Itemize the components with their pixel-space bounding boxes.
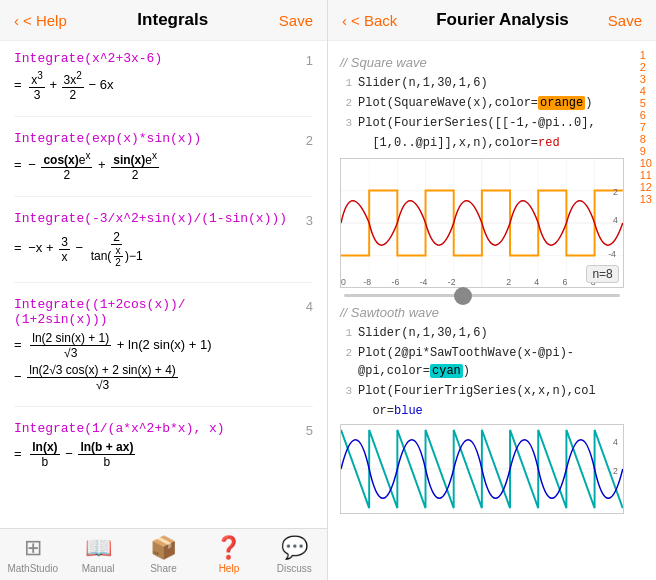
left-header: ‹ < Help Integrals Save — [0, 0, 327, 41]
integral-num-5: 5 — [297, 423, 313, 438]
footer-manual-label: Manual — [82, 563, 115, 574]
integral-math-5: Integrate(1/(a*x^2+b*x), x) = ln(x) b − … — [14, 421, 297, 469]
footer-mathstudio-label: MathStudio — [7, 563, 58, 574]
integral-item-3: Integrate(-3/x^2+sin(x)/(1-sin(x))) = −x… — [14, 211, 313, 283]
integral-result-4b: − ln(2√3 cos(x) + 2 sin(x) + 4) √3 — [14, 363, 297, 392]
left-panel: ‹ < Help Integrals Save Integrate(x^2+3x… — [0, 0, 328, 580]
manual-icon: 📖 — [85, 535, 112, 561]
footer-manual[interactable]: 📖 Manual — [65, 529, 130, 580]
svg-text:4: 4 — [613, 215, 618, 225]
integral-item-4: Integrate((1+2cos(x))/(1+2sin(x))) = ln(… — [14, 297, 313, 407]
svg-text:6: 6 — [563, 277, 568, 287]
code-line-sq-4: [1,0..@pi]],x,n),color=red — [336, 134, 628, 152]
left-content: Integrate(x^2+3x-6) = x3 3 + 3x2 2 − 6 — [0, 41, 327, 528]
code-line-saw-2: 2 Plot(2@pi*SawToothWave(x-@pi)-@pi,colo… — [336, 344, 628, 380]
slider-track[interactable] — [344, 294, 620, 297]
svg-text:-4: -4 — [420, 277, 428, 287]
footer-mathstudio[interactable]: ⊞ MathStudio — [0, 529, 65, 580]
svg-text:-4: -4 — [608, 249, 616, 259]
integral-math-2: Integrate(exp(x)*sin(x)) = − cos(x)ex 2 … — [14, 131, 297, 182]
square-wave-graph: 0 -8 -6 -4 -2 2 4 6 8 4 2 -4 n=8 — [340, 158, 624, 288]
color-cyan-badge: cyan — [430, 364, 463, 378]
code-area: // Square wave 1 Slider(n,1,30,1,6) 2 Pl… — [328, 49, 636, 572]
left-title: Integrals — [137, 10, 208, 30]
svg-text:4: 4 — [613, 437, 618, 447]
integral-result-3a: = −x + 3 x − 2 tan( x 2 )−1 — [14, 230, 297, 268]
slider-square[interactable] — [344, 294, 620, 297]
integral-num-1: 1 — [297, 53, 313, 68]
integral-item-5: Integrate(1/(a*x^2+b*x), x) = ln(x) b − … — [14, 421, 313, 483]
share-icon: 📦 — [150, 535, 177, 561]
square-wave-svg: 0 -8 -6 -4 -2 2 4 6 8 4 2 -4 — [341, 159, 623, 287]
discuss-icon: 💬 — [281, 535, 308, 561]
color-orange-badge: orange — [538, 96, 585, 110]
integral-expr-4: Integrate((1+2cos(x))/(1+2sin(x))) — [14, 297, 297, 327]
integral-item-1: Integrate(x^2+3x-6) = x3 3 + 3x2 2 − 6 — [14, 51, 313, 117]
footer-discuss-label: Discuss — [277, 563, 312, 574]
integral-math-4: Integrate((1+2cos(x))/(1+2sin(x))) = ln(… — [14, 297, 297, 392]
left-footer: ⊞ MathStudio 📖 Manual 📦 Share ❓ Help 💬 D… — [0, 528, 327, 580]
svg-text:0: 0 — [341, 277, 346, 287]
mathstudio-icon: ⊞ — [24, 535, 42, 561]
svg-text:2: 2 — [506, 277, 511, 287]
chevron-left-icon: ‹ — [342, 12, 347, 29]
integral-result-4a: = ln(2 sin(x) + 1) √3 + ln(2 sin(x) + 1) — [14, 331, 297, 360]
svg-text:4: 4 — [534, 277, 539, 287]
svg-text:-8: -8 — [363, 277, 371, 287]
svg-text:2: 2 — [613, 466, 618, 476]
sawtooth-wave-svg: 4 2 — [341, 425, 623, 513]
code-line-sq-2: 2 Plot(SquareWave(x),color=orange) — [336, 94, 628, 112]
section-comment-square: // Square wave — [336, 55, 628, 70]
svg-text:-6: -6 — [392, 277, 400, 287]
integral-result-1: = x3 3 + 3x2 2 − 6x — [14, 70, 297, 102]
integral-item-2: Integrate(exp(x)*sin(x)) = − cos(x)ex 2 … — [14, 131, 313, 197]
svg-text:-2: -2 — [448, 277, 456, 287]
footer-share-label: Share — [150, 563, 177, 574]
code-line-sq-3: 3 Plot(FourierSeries([[-1,-@pi..0], — [336, 114, 628, 132]
slider-thumb[interactable] — [454, 287, 472, 305]
right-save-button[interactable]: Save — [608, 12, 642, 29]
integral-math-3: Integrate(-3/x^2+sin(x)/(1-sin(x))) = −x… — [14, 211, 297, 268]
right-title: Fourier Analysis — [436, 10, 569, 30]
integral-expr-3: Integrate(-3/x^2+sin(x)/(1-sin(x))) — [14, 211, 297, 226]
integral-math-1: Integrate(x^2+3x-6) = x3 3 + 3x2 2 − 6 — [14, 51, 297, 102]
n-label: n=8 — [586, 265, 618, 283]
integral-expr-2: Integrate(exp(x)*sin(x)) — [14, 131, 297, 146]
svg-text:2: 2 — [613, 187, 618, 197]
footer-help-label: Help — [219, 563, 240, 574]
code-line-saw-3: 3 Plot(FourierTrigSeries(x,x,n),col — [336, 382, 628, 400]
chevron-left-icon: ‹ — [14, 12, 19, 29]
integral-result-5: = ln(x) b − ln(b + ax) b — [14, 440, 297, 469]
left-save-button[interactable]: Save — [279, 12, 313, 29]
right-line-numbers: 1 2 3 4 5 6 7 8 9 10 11 12 13 — [636, 49, 656, 572]
footer-help[interactable]: ❓ Help — [196, 529, 261, 580]
integral-expr-5: Integrate(1/(a*x^2+b*x), x) — [14, 421, 297, 436]
code-line-saw-1: 1 Slider(n,1,30,1,6) — [336, 324, 628, 342]
integral-num-3: 3 — [297, 213, 313, 228]
right-content: // Square wave 1 Slider(n,1,30,1,6) 2 Pl… — [328, 41, 656, 580]
right-back-button[interactable]: ‹ < Back — [342, 12, 397, 29]
sawtooth-wave-graph: 4 2 — [340, 424, 624, 514]
footer-share[interactable]: 📦 Share — [131, 529, 196, 580]
code-line-saw-4: or=blue — [336, 402, 628, 420]
left-back-button[interactable]: ‹ < Help — [14, 12, 67, 29]
footer-discuss[interactable]: 💬 Discuss — [262, 529, 327, 580]
right-panel: ‹ < Back Fourier Analysis Save // Square… — [328, 0, 656, 580]
integral-result-2: = − cos(x)ex 2 + sin(x)ex 2 — [14, 150, 297, 182]
integral-expr-1: Integrate(x^2+3x-6) — [14, 51, 297, 66]
code-line-sq-1: 1 Slider(n,1,30,1,6) — [336, 74, 628, 92]
help-icon: ❓ — [215, 535, 242, 561]
right-header: ‹ < Back Fourier Analysis Save — [328, 0, 656, 41]
integral-num-4: 4 — [297, 299, 313, 314]
section-comment-sawtooth: // Sawtooth wave — [336, 305, 628, 320]
integral-num-2: 2 — [297, 133, 313, 148]
